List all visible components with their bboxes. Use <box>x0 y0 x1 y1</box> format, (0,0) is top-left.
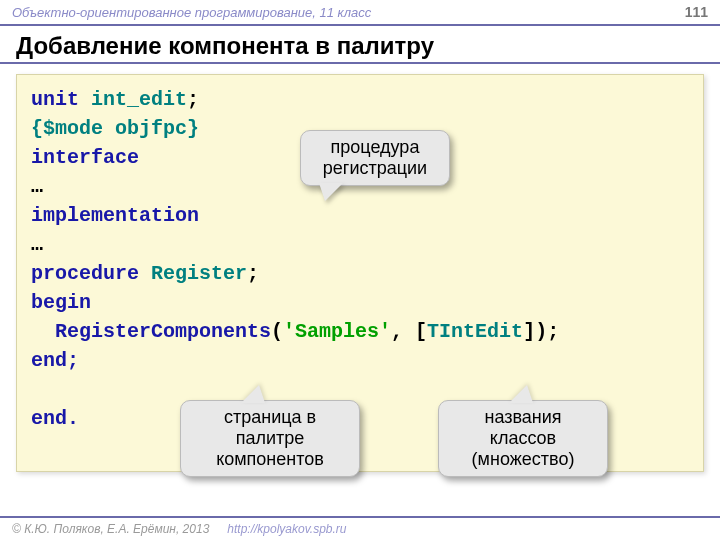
code-kw: implementation <box>31 204 199 227</box>
code-text: … <box>31 175 43 198</box>
code-text: … <box>31 233 43 256</box>
callout-tail-icon <box>509 385 533 403</box>
code-text: ]); <box>523 320 559 343</box>
header-bar: Объектно-ориентированное программировани… <box>0 0 720 26</box>
callout-tail-icon <box>319 183 343 201</box>
callout-text: процедура регистрации <box>323 137 427 178</box>
code-kw: begin <box>31 291 91 314</box>
code-id: int_edit <box>91 88 187 111</box>
code-text: ; <box>247 262 259 285</box>
code-text: , [ <box>391 320 427 343</box>
code-kw: unit <box>31 88 91 111</box>
code-text: ( <box>271 320 283 343</box>
page-number: 111 <box>685 4 708 20</box>
callout-text: страница в палитре компонентов <box>216 407 324 469</box>
code-id: RegisterComponents <box>31 320 271 343</box>
footer-url: http://kpolyakov.spb.ru <box>227 522 346 536</box>
callout-tail-icon <box>241 385 265 403</box>
callout-text: названия классов (множество) <box>472 407 575 469</box>
code-kw: end. <box>31 407 79 430</box>
callout-page: страница в палитре компонентов <box>180 400 360 477</box>
code-kw: interface <box>31 146 139 169</box>
code-id: Register <box>151 262 247 285</box>
callout-classes: названия классов (множество) <box>438 400 608 477</box>
code-kw: procedure <box>31 262 151 285</box>
code-directive: {$mode objfpc} <box>31 117 199 140</box>
code-text: ; <box>187 88 199 111</box>
slide-title: Добавление компонента в палитру <box>0 26 720 64</box>
footer: © К.Ю. Поляков, Е.А. Ерёмин, 2013 http:/… <box>0 516 720 540</box>
code-kw: end; <box>31 349 79 372</box>
header-subject: Объектно-ориентированное программировани… <box>12 5 371 20</box>
callout-procedure: процедура регистрации <box>300 130 450 186</box>
code-id: TIntEdit <box>427 320 523 343</box>
code-string: 'Samples' <box>283 320 391 343</box>
footer-copyright: © К.Ю. Поляков, Е.А. Ерёмин, 2013 <box>12 522 209 536</box>
